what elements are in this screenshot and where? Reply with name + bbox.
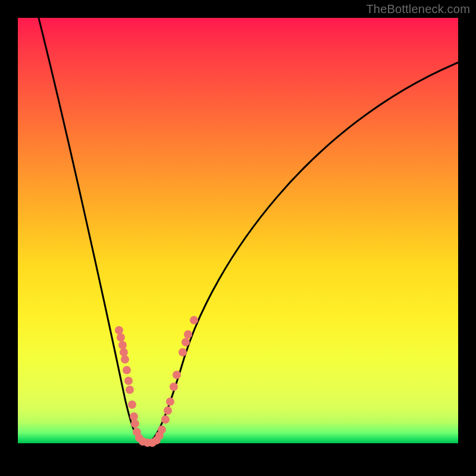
chart-frame: TheBottleneck.com (0, 0, 476, 476)
right-curve (146, 62, 458, 443)
svg-point-6 (124, 377, 133, 385)
svg-point-10 (131, 419, 139, 428)
svg-point-4 (121, 355, 129, 364)
svg-point-22 (170, 383, 178, 391)
svg-point-5 (123, 366, 131, 374)
svg-point-3 (120, 348, 128, 356)
svg-point-24 (178, 348, 187, 356)
svg-point-23 (173, 371, 181, 379)
svg-point-9 (130, 412, 138, 421)
svg-point-20 (164, 406, 172, 415)
svg-point-25 (181, 338, 190, 346)
svg-point-26 (184, 330, 192, 339)
svg-point-1 (117, 333, 125, 342)
svg-point-8 (128, 400, 136, 409)
svg-point-0 (115, 326, 123, 334)
svg-point-7 (126, 386, 134, 394)
svg-point-19 (161, 415, 170, 424)
bead-cluster (115, 316, 198, 447)
svg-point-18 (158, 425, 166, 434)
curve-overlay (0, 0, 476, 476)
svg-point-27 (190, 316, 198, 324)
svg-point-21 (166, 397, 174, 406)
svg-point-2 (118, 341, 127, 349)
